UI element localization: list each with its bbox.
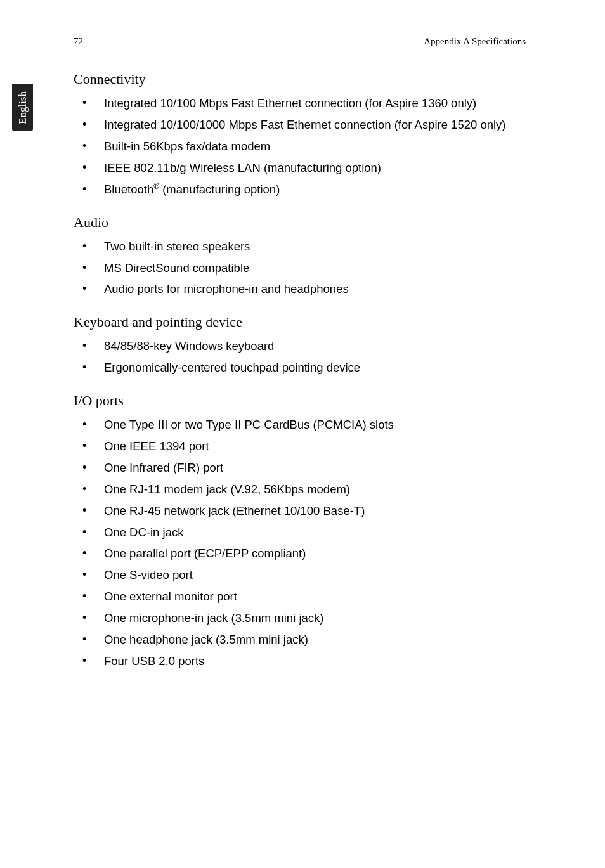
list-item: One DC-in jack xyxy=(74,524,526,541)
list-item: Integrated 10/100 Mbps Fast Ethernet con… xyxy=(74,95,526,112)
list-item: Integrated 10/100/1000 Mbps Fast Etherne… xyxy=(74,117,526,133)
list-item: One parallel port (ECP/EPP compliant) xyxy=(74,545,526,562)
list-item: One IEEE 1394 port xyxy=(74,438,526,455)
list-keyboard: 84/85/88-key Windows keyboard Ergonomica… xyxy=(74,338,526,376)
list-item: One Type III or two Type II PC CardBus (… xyxy=(74,417,526,433)
list-item: One S-video port xyxy=(74,567,526,583)
list-item: Bluetooth® (manufacturing option) xyxy=(74,181,526,198)
page-header: 72 Appendix A Specifications xyxy=(74,36,526,47)
list-item: One RJ-11 modem jack (V.92, 56Kbps modem… xyxy=(74,481,526,498)
heading-io-ports: I/O ports xyxy=(74,392,526,409)
heading-keyboard: Keyboard and pointing device xyxy=(74,314,526,330)
list-item: One external monitor port xyxy=(74,588,526,605)
page: English 72 Appendix A Specifications Con… xyxy=(0,0,605,868)
section-title: Appendix A Specifications xyxy=(424,36,526,47)
list-item: 84/85/88-key Windows keyboard xyxy=(74,338,526,354)
heading-connectivity: Connectivity xyxy=(74,71,526,87)
list-item: One microphone-in jack (3.5mm mini jack) xyxy=(74,610,526,626)
heading-audio: Audio xyxy=(74,214,526,231)
list-item: One Infrared (FIR) port xyxy=(74,460,526,476)
list-audio: Two built-in stereo speakers MS DirectSo… xyxy=(74,238,526,298)
list-item: One headphone jack (3.5mm mini jack) xyxy=(74,632,526,648)
list-item: MS DirectSound compatible xyxy=(74,260,526,276)
page-number: 72 xyxy=(74,36,83,47)
list-item: Ergonomically-centered touchpad pointing… xyxy=(74,360,526,376)
list-item: Audio ports for microphone-in and headph… xyxy=(74,281,526,297)
list-item: Built-in 56Kbps fax/data modem xyxy=(74,138,526,155)
list-item: Two built-in stereo speakers xyxy=(74,238,526,255)
list-item: Four USB 2.0 ports xyxy=(74,653,526,670)
list-connectivity: Integrated 10/100 Mbps Fast Ethernet con… xyxy=(74,95,526,198)
list-item: IEEE 802.11b/g Wireless LAN (manufacturi… xyxy=(74,160,526,176)
content-area: Connectivity Integrated 10/100 Mbps Fast… xyxy=(74,71,526,675)
language-tab: English xyxy=(12,84,33,131)
language-label: English xyxy=(16,91,29,124)
list-item: One RJ-45 network jack (Ethernet 10/100 … xyxy=(74,503,526,519)
list-io-ports: One Type III or two Type II PC CardBus (… xyxy=(74,417,526,670)
